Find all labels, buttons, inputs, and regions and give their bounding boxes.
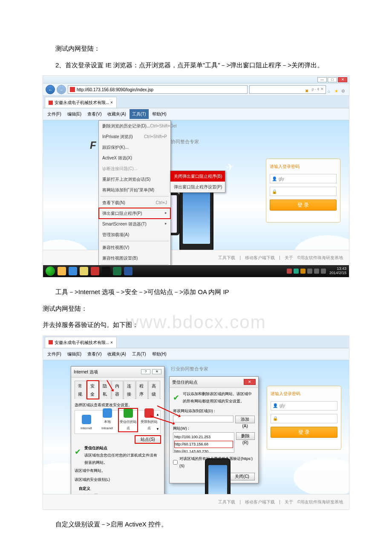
phone-illustration [179, 184, 213, 252]
home-icon[interactable]: ⌂ [328, 87, 333, 92]
login-button[interactable]: 登 录 [271, 427, 337, 438]
tools-menu-item[interactable]: 查看下载(N)Ctrl+J [99, 197, 170, 208]
menu-edit[interactable]: 编辑(E) [65, 349, 84, 359]
submenu-item-popup-settings[interactable]: 弹出窗口阻止程序设置(P) [170, 182, 225, 192]
dialog-title: Internet 选项 [74, 368, 98, 376]
taskbar-excel-icon[interactable] [113, 267, 121, 275]
sites-button[interactable]: 站点(S) [135, 436, 161, 443]
username-input[interactable]: 👤 gly [270, 174, 337, 183]
password-input[interactable]: 🔒 [270, 187, 337, 196]
menu-tools[interactable]: 工具(T) [130, 349, 149, 359]
tray-icon[interactable] [287, 269, 292, 274]
page-footer: 工具下载| 移动客户端下载| 关于 ©用友软件珠海研发基地 [43, 494, 349, 509]
menu-help[interactable]: 帮助(H) [150, 349, 169, 359]
tools-menu-item[interactable]: SmartScreen 筛选器(T) [99, 219, 170, 229]
gear-icon[interactable]: ⚙ [341, 87, 346, 92]
address-bar-row: ← → http://60.173.156.68:9090/login/inde… [43, 84, 349, 96]
taskbar-qq-icon[interactable] [102, 267, 110, 275]
start-button[interactable] [46, 266, 55, 276]
close-button[interactable]: ✕ [152, 369, 161, 374]
list-item[interactable]: http://100.100.21.253 [174, 435, 210, 439]
submenu-item-close-popup[interactable]: 关闭弹出窗口阻止程序(B) [170, 171, 225, 182]
tools-menu-item[interactable]: 跟踪保护(K)... [99, 142, 170, 153]
tab-general[interactable]: 常规 [75, 381, 86, 399]
footer-link[interactable]: 移动客户端下载 [245, 254, 275, 262]
favorites-icon[interactable]: ★ [334, 87, 340, 92]
tray-icon[interactable] [294, 269, 299, 274]
menu-separator [101, 196, 169, 197]
footer-link[interactable]: 移动客户端下载 [245, 498, 275, 506]
browser-tab[interactable]: 安徽永成电子机械技术有限... × [45, 97, 117, 108]
zone-intranet[interactable]: 本地 Intranet [98, 408, 117, 431]
list-item[interactable]: http://60.173.156.68 [174, 441, 233, 448]
menu-favorites[interactable]: 收藏夹(A) [105, 349, 128, 359]
menu-tools[interactable]: 工具(T) [130, 109, 149, 119]
menu-view[interactable]: 查看(V) [85, 349, 104, 359]
browser-tab[interactable]: 安徽永成电子机械技术有限... × [45, 337, 117, 348]
menu-file[interactable]: 文件(F) [45, 349, 64, 359]
footer-link[interactable]: 工具下载 [218, 254, 235, 262]
forward-button[interactable]: → [57, 85, 66, 94]
menu-help[interactable]: 帮助(H) [150, 109, 169, 119]
paragraph: 并去掉服务器验证的勾。如下图： [43, 319, 366, 331]
close-button[interactable]: ✕ [244, 379, 256, 385]
tools-menu-item[interactable]: 删除浏览的历史记录(D)...Ctrl+Shift+Del [99, 121, 170, 131]
tools-menu-item[interactable]: 管理加载项(A) [99, 229, 170, 240]
close-dialog-button[interactable]: 关闭(C) [229, 473, 255, 480]
taskbar-explorer-icon[interactable] [80, 267, 88, 275]
taskbar-ie-icon[interactable] [69, 267, 77, 275]
level-label: 该区域的安全级别(L) [75, 476, 161, 483]
taskbar-app-icon[interactable] [91, 267, 99, 275]
tools-menu-item[interactable]: 弹出窗口阻止程序(P) [99, 208, 170, 219]
tab-advanced[interactable]: 高级 [148, 381, 160, 399]
list-item[interactable]: http://61.143.60.230 [174, 449, 208, 453]
menu-bar: 文件(F) 编辑(E) 查看(V) 收藏夹(A) 工具(T) 帮助(H) [43, 348, 349, 360]
check-icon [124, 408, 133, 418]
tools-menu-item[interactable]: 兼容性视图(V) [99, 242, 170, 253]
tray-icon[interactable] [307, 269, 312, 274]
maximize-button[interactable]: □ [328, 77, 337, 82]
dialog-titlebar: 受信任的站点 ✕ [170, 377, 258, 388]
tools-menu-item[interactable]: 重新打开上次浏览会话(S) [99, 174, 170, 185]
tab-security[interactable]: 安全 [87, 381, 99, 399]
windows-taskbar: 13:43 2014/2/15 [43, 265, 349, 277]
username-input[interactable]: 👤 gly [271, 401, 337, 410]
tools-menu-item[interactable]: InPrivate 浏览(I)Ctrl+Shift+P [99, 131, 170, 142]
address-bar[interactable]: http://60.173.156.68:9090/login/index.js… [68, 85, 248, 94]
tray-volume-icon[interactable] [314, 269, 319, 274]
zone-trusted[interactable]: 受信任的站点 [118, 408, 138, 431]
checkbox-icon[interactable] [173, 460, 178, 465]
site-list[interactable]: http://100.100.21.253 http://60.173.156.… [173, 432, 234, 453]
tab-title: 安徽永成电子机械技术有限... × [55, 98, 113, 107]
taskbar-word-icon[interactable] [124, 267, 133, 275]
footer-link[interactable]: 关于 [285, 498, 293, 506]
login-button[interactable]: 登 录 [270, 199, 337, 211]
tab-connections[interactable]: 连接 [124, 381, 135, 399]
help-button[interactable]: ? [141, 369, 150, 374]
close-button[interactable]: ✕ [338, 77, 347, 82]
window-titlebar: — □ ✕ [43, 76, 349, 84]
back-button[interactable]: ← [46, 85, 55, 94]
menu-favorites[interactable]: 收藏夹(A) [105, 109, 128, 119]
tray-icon[interactable] [300, 269, 306, 274]
tools-menu-item[interactable]: 兼容性视图设置(B) [99, 253, 170, 263]
screenshot-internet-options: 安徽永成电子机械技术有限... × 文件(F) 编辑(E) 查看(V) 收藏夹(… [43, 335, 349, 510]
footer-link[interactable]: 工具下载 [218, 498, 235, 506]
password-input[interactable]: 🔒 [271, 414, 337, 423]
tab-programs[interactable]: 程序 [136, 381, 148, 399]
dialog-tabs: 常规 安全 隐私 内容 连接 程序 高级 [75, 380, 161, 399]
taskbar-icon[interactable] [58, 267, 66, 275]
menu-edit[interactable]: 编辑(E) [65, 109, 84, 119]
remove-button[interactable]: 删除(R) [236, 432, 255, 440]
footer-link[interactable]: 关于 [285, 254, 293, 262]
tools-menu-item[interactable]: 将网站添加到"开始"菜单(M) [99, 185, 170, 195]
search-box[interactable]: ✖ ρ - ¢ ✕ [249, 85, 326, 94]
menu-file[interactable]: 文件(F) [45, 109, 64, 119]
tray-network-icon[interactable] [321, 269, 326, 274]
add-button[interactable]: 添加(A) [235, 416, 255, 423]
zone-internet[interactable]: Internet [77, 415, 96, 431]
menu-view[interactable]: 查看(V) [85, 109, 104, 119]
tab-bar: 安徽永成电子机械技术有限... × [43, 96, 349, 108]
tools-menu-item[interactable]: ActiveX 筛选(X) [99, 153, 170, 163]
minimize-button[interactable]: — [317, 77, 327, 82]
